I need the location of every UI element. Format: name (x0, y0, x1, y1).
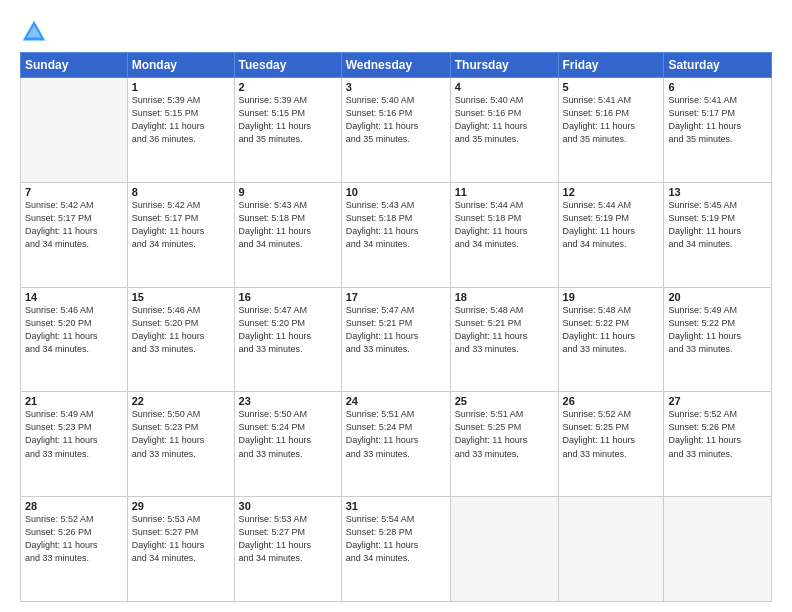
calendar-cell: 4Sunrise: 5:40 AM Sunset: 5:16 PM Daylig… (450, 78, 558, 183)
day-info: Sunrise: 5:47 AM Sunset: 5:21 PM Dayligh… (346, 304, 446, 356)
calendar-cell: 12Sunrise: 5:44 AM Sunset: 5:19 PM Dayli… (558, 182, 664, 287)
weekday-header-friday: Friday (558, 53, 664, 78)
calendar-cell (664, 497, 772, 602)
day-info: Sunrise: 5:45 AM Sunset: 5:19 PM Dayligh… (668, 199, 767, 251)
calendar-cell: 1Sunrise: 5:39 AM Sunset: 5:15 PM Daylig… (127, 78, 234, 183)
calendar-cell: 10Sunrise: 5:43 AM Sunset: 5:18 PM Dayli… (341, 182, 450, 287)
day-info: Sunrise: 5:46 AM Sunset: 5:20 PM Dayligh… (25, 304, 123, 356)
day-number: 9 (239, 186, 337, 198)
logo (20, 18, 52, 46)
day-number: 8 (132, 186, 230, 198)
calendar-week-1: 1Sunrise: 5:39 AM Sunset: 5:15 PM Daylig… (21, 78, 772, 183)
day-number: 27 (668, 395, 767, 407)
calendar-cell (450, 497, 558, 602)
day-info: Sunrise: 5:43 AM Sunset: 5:18 PM Dayligh… (346, 199, 446, 251)
weekday-header-saturday: Saturday (664, 53, 772, 78)
calendar-cell: 3Sunrise: 5:40 AM Sunset: 5:16 PM Daylig… (341, 78, 450, 183)
day-info: Sunrise: 5:39 AM Sunset: 5:15 PM Dayligh… (132, 94, 230, 146)
day-number: 17 (346, 291, 446, 303)
weekday-header-thursday: Thursday (450, 53, 558, 78)
calendar-cell: 11Sunrise: 5:44 AM Sunset: 5:18 PM Dayli… (450, 182, 558, 287)
calendar-cell (558, 497, 664, 602)
calendar-cell: 29Sunrise: 5:53 AM Sunset: 5:27 PM Dayli… (127, 497, 234, 602)
calendar-cell: 30Sunrise: 5:53 AM Sunset: 5:27 PM Dayli… (234, 497, 341, 602)
calendar-cell: 8Sunrise: 5:42 AM Sunset: 5:17 PM Daylig… (127, 182, 234, 287)
calendar-cell: 20Sunrise: 5:49 AM Sunset: 5:22 PM Dayli… (664, 287, 772, 392)
calendar-cell: 6Sunrise: 5:41 AM Sunset: 5:17 PM Daylig… (664, 78, 772, 183)
day-number: 7 (25, 186, 123, 198)
day-number: 19 (563, 291, 660, 303)
day-number: 3 (346, 81, 446, 93)
calendar-cell: 26Sunrise: 5:52 AM Sunset: 5:25 PM Dayli… (558, 392, 664, 497)
day-info: Sunrise: 5:46 AM Sunset: 5:20 PM Dayligh… (132, 304, 230, 356)
day-number: 14 (25, 291, 123, 303)
day-number: 11 (455, 186, 554, 198)
weekday-header-row: SundayMondayTuesdayWednesdayThursdayFrid… (21, 53, 772, 78)
day-info: Sunrise: 5:52 AM Sunset: 5:25 PM Dayligh… (563, 408, 660, 460)
day-number: 18 (455, 291, 554, 303)
calendar-cell: 31Sunrise: 5:54 AM Sunset: 5:28 PM Dayli… (341, 497, 450, 602)
day-info: Sunrise: 5:52 AM Sunset: 5:26 PM Dayligh… (25, 513, 123, 565)
day-info: Sunrise: 5:51 AM Sunset: 5:25 PM Dayligh… (455, 408, 554, 460)
calendar-cell: 27Sunrise: 5:52 AM Sunset: 5:26 PM Dayli… (664, 392, 772, 497)
day-number: 6 (668, 81, 767, 93)
day-info: Sunrise: 5:52 AM Sunset: 5:26 PM Dayligh… (668, 408, 767, 460)
weekday-header-sunday: Sunday (21, 53, 128, 78)
day-info: Sunrise: 5:47 AM Sunset: 5:20 PM Dayligh… (239, 304, 337, 356)
calendar-cell: 7Sunrise: 5:42 AM Sunset: 5:17 PM Daylig… (21, 182, 128, 287)
day-number: 21 (25, 395, 123, 407)
calendar-cell: 2Sunrise: 5:39 AM Sunset: 5:15 PM Daylig… (234, 78, 341, 183)
calendar-cell: 22Sunrise: 5:50 AM Sunset: 5:23 PM Dayli… (127, 392, 234, 497)
calendar-cell (21, 78, 128, 183)
calendar-table: SundayMondayTuesdayWednesdayThursdayFrid… (20, 52, 772, 602)
day-number: 2 (239, 81, 337, 93)
calendar-week-4: 21Sunrise: 5:49 AM Sunset: 5:23 PM Dayli… (21, 392, 772, 497)
day-info: Sunrise: 5:39 AM Sunset: 5:15 PM Dayligh… (239, 94, 337, 146)
day-info: Sunrise: 5:40 AM Sunset: 5:16 PM Dayligh… (455, 94, 554, 146)
day-number: 22 (132, 395, 230, 407)
calendar-cell: 18Sunrise: 5:48 AM Sunset: 5:21 PM Dayli… (450, 287, 558, 392)
weekday-header-monday: Monday (127, 53, 234, 78)
day-number: 31 (346, 500, 446, 512)
day-number: 30 (239, 500, 337, 512)
calendar-cell: 14Sunrise: 5:46 AM Sunset: 5:20 PM Dayli… (21, 287, 128, 392)
calendar-cell: 15Sunrise: 5:46 AM Sunset: 5:20 PM Dayli… (127, 287, 234, 392)
day-number: 4 (455, 81, 554, 93)
day-info: Sunrise: 5:43 AM Sunset: 5:18 PM Dayligh… (239, 199, 337, 251)
day-info: Sunrise: 5:41 AM Sunset: 5:16 PM Dayligh… (563, 94, 660, 146)
day-info: Sunrise: 5:50 AM Sunset: 5:24 PM Dayligh… (239, 408, 337, 460)
calendar-cell: 17Sunrise: 5:47 AM Sunset: 5:21 PM Dayli… (341, 287, 450, 392)
day-number: 16 (239, 291, 337, 303)
day-info: Sunrise: 5:50 AM Sunset: 5:23 PM Dayligh… (132, 408, 230, 460)
calendar-cell: 23Sunrise: 5:50 AM Sunset: 5:24 PM Dayli… (234, 392, 341, 497)
day-number: 29 (132, 500, 230, 512)
day-info: Sunrise: 5:49 AM Sunset: 5:23 PM Dayligh… (25, 408, 123, 460)
calendar-cell: 24Sunrise: 5:51 AM Sunset: 5:24 PM Dayli… (341, 392, 450, 497)
weekday-header-tuesday: Tuesday (234, 53, 341, 78)
day-info: Sunrise: 5:44 AM Sunset: 5:19 PM Dayligh… (563, 199, 660, 251)
day-info: Sunrise: 5:44 AM Sunset: 5:18 PM Dayligh… (455, 199, 554, 251)
day-number: 25 (455, 395, 554, 407)
day-number: 26 (563, 395, 660, 407)
calendar-cell: 25Sunrise: 5:51 AM Sunset: 5:25 PM Dayli… (450, 392, 558, 497)
day-info: Sunrise: 5:48 AM Sunset: 5:21 PM Dayligh… (455, 304, 554, 356)
day-info: Sunrise: 5:41 AM Sunset: 5:17 PM Dayligh… (668, 94, 767, 146)
calendar-cell: 16Sunrise: 5:47 AM Sunset: 5:20 PM Dayli… (234, 287, 341, 392)
weekday-header-wednesday: Wednesday (341, 53, 450, 78)
day-number: 13 (668, 186, 767, 198)
day-number: 5 (563, 81, 660, 93)
day-number: 23 (239, 395, 337, 407)
day-info: Sunrise: 5:42 AM Sunset: 5:17 PM Dayligh… (25, 199, 123, 251)
day-number: 24 (346, 395, 446, 407)
day-number: 28 (25, 500, 123, 512)
day-info: Sunrise: 5:42 AM Sunset: 5:17 PM Dayligh… (132, 199, 230, 251)
day-info: Sunrise: 5:53 AM Sunset: 5:27 PM Dayligh… (239, 513, 337, 565)
calendar-cell: 19Sunrise: 5:48 AM Sunset: 5:22 PM Dayli… (558, 287, 664, 392)
calendar-week-5: 28Sunrise: 5:52 AM Sunset: 5:26 PM Dayli… (21, 497, 772, 602)
logo-icon (20, 18, 48, 46)
day-number: 15 (132, 291, 230, 303)
day-number: 20 (668, 291, 767, 303)
day-info: Sunrise: 5:40 AM Sunset: 5:16 PM Dayligh… (346, 94, 446, 146)
calendar-week-2: 7Sunrise: 5:42 AM Sunset: 5:17 PM Daylig… (21, 182, 772, 287)
day-number: 10 (346, 186, 446, 198)
